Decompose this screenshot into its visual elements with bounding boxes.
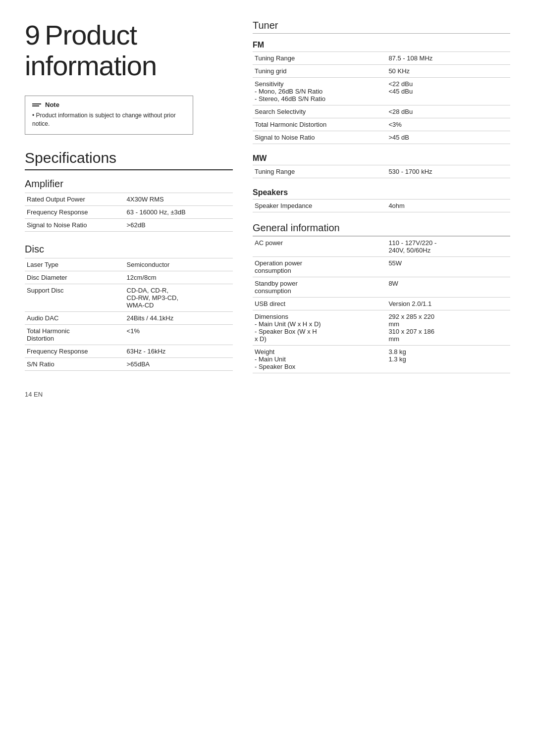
speakers-table: Speaker Impedance 4ohm [253,199,510,212]
spec-value: 3.8 kg1.3 kg [386,346,510,373]
spec-value: >65dBA [125,357,233,370]
spec-value: <28 dBu [386,105,510,118]
table-row: Total HarmonicDistortion <1% [25,324,233,345]
table-row: AC power 110 - 127V/220 -240V, 50/60Hz [253,237,510,257]
table-row: Dimensions- Main Unit (W x H x D)- Speak… [253,310,510,346]
table-row: USB direct Version 2.0/1.1 [253,298,510,310]
table-row: Signal to Noise Ratio >45 dB [253,131,510,144]
spec-label: Sensitivity- Mono, 26dB S/N Ratio- Stere… [253,78,386,105]
spec-label: Frequency Response [25,345,125,357]
spec-value: 50 KHz [386,65,510,78]
spec-value: 292 x 285 x 220mm310 x 207 x 186mm [386,310,510,346]
spec-value: 12cm/8cm [125,271,233,284]
spec-value: 63Hz - 16kHz [125,345,233,357]
spec-label: Frequency Response [25,205,125,218]
table-row: Audio DAC 24Bits / 44.1kHz [25,311,233,324]
table-row: Operation powerconsumption 55W [253,257,510,277]
spec-label: Standby powerconsumption [253,277,386,298]
fm-title: FM [253,41,510,50]
spec-label: Rated Output Power [25,193,125,205]
spec-value: 87.5 - 108 MHz [386,52,510,65]
spec-label: Laser Type [25,258,125,271]
spec-value: 63 - 16000 Hz, ±3dB [125,205,233,218]
general-info-title: General information [253,222,510,236]
spec-value: <22 dBu<45 dBu [386,78,510,105]
spec-label: Search Selectivity [253,105,386,118]
spec-label: S/N Ratio [25,357,125,370]
table-row: Rated Output Power 4X30W RMS [25,193,233,205]
table-row: Frequency Response 63Hz - 16kHz [25,345,233,357]
spec-value: 4X30W RMS [125,193,233,205]
specifications-title: Specifications [25,150,233,170]
spec-label: AC power [253,237,386,257]
spec-label: USB direct [253,298,386,310]
spec-value: 24Bits / 44.1kHz [125,311,233,324]
spec-label: Tuning Range [253,52,386,65]
table-row: Disc Diameter 12cm/8cm [25,271,233,284]
amplifier-title: Amplifier [25,178,233,190]
page-footer: 14 EN [25,391,233,398]
spec-label: Total HarmonicDistortion [25,324,125,345]
table-row: Speaker Impedance 4ohm [253,200,510,212]
table-row: Tuning grid 50 KHz [253,65,510,78]
spec-value: Version 2.0/1.1 [386,298,510,310]
table-row: Standby powerconsumption 8W [253,277,510,298]
note-header: Note [32,101,186,108]
speakers-section: Speakers Speaker Impedance 4ohm [253,188,510,212]
table-row: Signal to Noise Ratio >62dB [25,218,233,231]
spec-value: 110 - 127V/220 -240V, 50/60Hz [386,237,510,257]
spec-label: Operation powerconsumption [253,257,386,277]
chapter-title: 9Productinformation [25,20,233,81]
table-row: Frequency Response 63 - 16000 Hz, ±3dB [25,205,233,218]
spec-label: Dimensions- Main Unit (W x H x D)- Speak… [253,310,386,346]
left-column: 9Productinformation Note • Product infor… [25,20,233,398]
right-column: Tuner FM Tuning Range 87.5 - 108 MHz Tun… [253,20,510,398]
table-row: S/N Ratio >65dBA [25,357,233,370]
table-row: Search Selectivity <28 dBu [253,105,510,118]
spec-value: CD-DA, CD-R,CD-RW, MP3-CD,WMA-CD [125,284,233,311]
table-row: Laser Type Semiconductor [25,258,233,271]
spec-value: 530 - 1700 kHz [386,165,510,178]
spec-value: 8W [386,277,510,298]
table-row: Weight- Main Unit- Speaker Box 3.8 kg1.3… [253,346,510,373]
mw-title: MW [253,154,510,163]
spec-label: Total Harmonic Distortion [253,118,386,131]
spec-label: Signal to Noise Ratio [253,131,386,144]
spec-value: <1% [125,324,233,345]
spec-label: Weight- Main Unit- Speaker Box [253,346,386,373]
spec-label: Signal to Noise Ratio [25,218,125,231]
mw-section: MW Tuning Range 530 - 1700 kHz [253,154,510,178]
table-row: Total Harmonic Distortion <3% [253,118,510,131]
chapter-number: 9 [25,19,40,50]
note-text: • Product information is subject to chan… [32,111,186,128]
table-row: Tuning Range 530 - 1700 kHz [253,165,510,178]
spec-label: Disc Diameter [25,271,125,284]
fm-table: Tuning Range 87.5 - 108 MHz Tuning grid … [253,51,510,144]
note-box: Note • Product information is subject to… [25,96,193,135]
spec-label: Speaker Impedance [253,200,386,212]
spec-value: >45 dB [386,131,510,144]
table-row: Tuning Range 87.5 - 108 MHz [253,52,510,65]
disc-title: Disc [25,244,233,255]
note-label: Note [45,101,59,108]
disc-table: Laser Type Semiconductor Disc Diameter 1… [25,258,233,371]
spec-label: Support Disc [25,284,125,311]
spec-value: 4ohm [386,200,510,212]
spec-value: Semiconductor [125,258,233,271]
table-row: Support Disc CD-DA, CD-R,CD-RW, MP3-CD,W… [25,284,233,311]
speakers-title: Speakers [253,188,510,197]
note-icon [32,103,41,106]
mw-table: Tuning Range 530 - 1700 kHz [253,165,510,178]
table-row: Sensitivity- Mono, 26dB S/N Ratio- Stere… [253,78,510,105]
tuner-section-title: Tuner [253,20,510,34]
spec-value: 55W [386,257,510,277]
spec-value: >62dB [125,218,233,231]
page-layout: 9Productinformation Note • Product infor… [25,20,510,398]
spec-label: Tuning grid [253,65,386,78]
spec-label: Audio DAC [25,311,125,324]
spec-label: Tuning Range [253,165,386,178]
general-info-table: AC power 110 - 127V/220 -240V, 50/60Hz O… [253,236,510,373]
spec-value: <3% [386,118,510,131]
amplifier-table: Rated Output Power 4X30W RMS Frequency R… [25,193,233,232]
